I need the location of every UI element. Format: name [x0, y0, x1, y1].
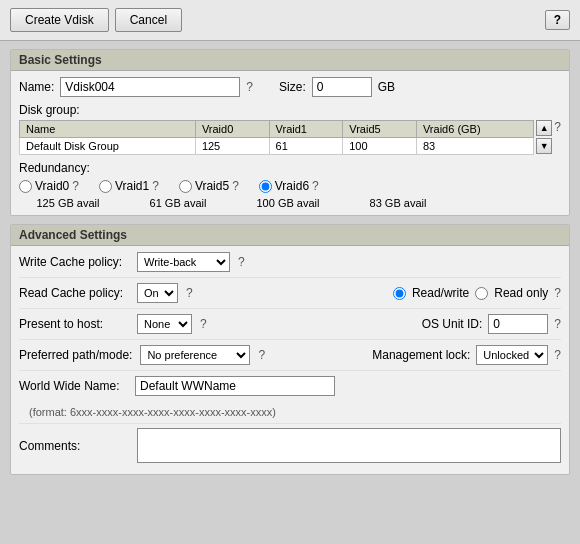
preferred-path-row: Preferred path/mode: No preference Path1…	[19, 345, 561, 371]
basic-settings-title: Basic Settings	[11, 50, 569, 71]
col-vraid0: Vraid0	[195, 121, 269, 138]
col-vraid6: Vraid6 (GB)	[416, 121, 533, 138]
cell-vraid1: 61	[269, 138, 343, 155]
vraid6-help-icon[interactable]: ?	[312, 179, 319, 193]
size-input[interactable]	[312, 77, 372, 97]
disk-group-section: Disk group: Name Vraid0 Vraid1 Vraid5 Vr…	[19, 103, 561, 155]
vraid5-avail: 100 GB avail	[243, 197, 333, 209]
read-only-radio[interactable]	[475, 287, 488, 300]
present-host-row: Present to host: None Host1 ? OS Unit ID…	[19, 314, 561, 340]
redundancy-radios: Vraid0 ? Vraid1 ? Vraid5 ? Vraid6 ?	[19, 179, 561, 193]
read-only-label: Read only	[494, 286, 548, 300]
disk-group-label: Disk group:	[19, 103, 561, 117]
read-cache-select[interactable]: On Off	[137, 283, 178, 303]
write-cache-help-icon[interactable]: ?	[238, 255, 245, 269]
read-write-label: Read/write	[412, 286, 469, 300]
cell-vraid0: 125	[195, 138, 269, 155]
vraid6-avail: 83 GB avail	[353, 197, 443, 209]
comments-label: Comments:	[19, 439, 129, 453]
read-cache-label: Read Cache policy:	[19, 286, 129, 300]
basic-settings-body: Name: ? Size: GB Disk group: Name Vraid0…	[11, 71, 569, 215]
present-help-icon[interactable]: ?	[200, 317, 207, 331]
redundancy-label: Redundancy:	[19, 161, 561, 175]
size-label: Size:	[279, 80, 306, 94]
radio-vraid1: Vraid1 ?	[99, 179, 159, 193]
write-cache-row: Write Cache policy: Write-back Write-thr…	[19, 252, 561, 278]
radio-vraid0-input[interactable]	[19, 180, 32, 193]
cell-vraid5: 100	[343, 138, 417, 155]
read-write-section: Read/write Read only ?	[393, 286, 561, 300]
redundancy-section: Redundancy: Vraid0 ? Vraid1 ? Vraid5 ?	[19, 161, 561, 209]
radio-vraid6: Vraid6 ?	[259, 179, 319, 193]
os-unit-input[interactable]	[488, 314, 548, 334]
scroll-up-button[interactable]: ▲	[536, 120, 552, 136]
disk-group-help-icon[interactable]: ?	[554, 120, 561, 134]
write-cache-label: Write Cache policy:	[19, 255, 129, 269]
advanced-settings-body: Write Cache policy: Write-back Write-thr…	[11, 246, 569, 474]
top-bar: Create Vdisk Cancel ?	[0, 0, 580, 41]
preferred-select[interactable]: No preference Path1	[140, 345, 250, 365]
name-label: Name:	[19, 80, 54, 94]
radio-vraid0: Vraid0 ?	[19, 179, 79, 193]
radio-vraid5-label: Vraid5	[195, 179, 229, 193]
basic-settings-section: Basic Settings Name: ? Size: GB Disk gro…	[10, 49, 570, 216]
os-unit-label: OS Unit ID:	[422, 317, 483, 331]
table-row[interactable]: Default Disk Group 125 61 100 83	[20, 138, 534, 155]
wwn-format: (format: 6xxx-xxxx-xxxx-xxxx-xxxx-xxxx-x…	[29, 406, 276, 418]
read-only-help-icon[interactable]: ?	[554, 286, 561, 300]
name-size-row: Name: ? Size: GB	[19, 77, 561, 97]
vraid0-avail: 125 GB avail	[23, 197, 113, 209]
cancel-button[interactable]: Cancel	[115, 8, 182, 32]
name-input[interactable]	[60, 77, 240, 97]
cell-vraid6: 83	[416, 138, 533, 155]
advanced-settings-title: Advanced Settings	[11, 225, 569, 246]
radio-vraid5-input[interactable]	[179, 180, 192, 193]
col-vraid5: Vraid5	[343, 121, 417, 138]
os-unit-section: OS Unit ID: ?	[422, 314, 561, 334]
avail-row: 125 GB avail 61 GB avail 100 GB avail 83…	[19, 197, 561, 209]
wwn-label: World Wide Name:	[19, 379, 129, 393]
wwn-input[interactable]	[135, 376, 335, 396]
size-unit: GB	[378, 80, 395, 94]
write-cache-select[interactable]: Write-back Write-through None	[137, 252, 230, 272]
disk-table: Name Vraid0 Vraid1 Vraid5 Vraid6 (GB) De…	[19, 120, 534, 155]
col-vraid1: Vraid1	[269, 121, 343, 138]
name-help-icon[interactable]: ?	[246, 80, 253, 94]
radio-vraid0-label: Vraid0	[35, 179, 69, 193]
read-write-radio[interactable]	[393, 287, 406, 300]
preferred-help-icon[interactable]: ?	[258, 348, 265, 362]
comments-input[interactable]	[137, 428, 561, 463]
scroll-down-button[interactable]: ▼	[536, 138, 552, 154]
col-name: Name	[20, 121, 196, 138]
os-unit-help-icon[interactable]: ?	[554, 317, 561, 331]
disk-scroll-buttons: ▲ ▼	[536, 120, 552, 154]
disk-scroll: Name Vraid0 Vraid1 Vraid5 Vraid6 (GB) De…	[19, 120, 534, 155]
radio-vraid6-input[interactable]	[259, 180, 272, 193]
radio-vraid5: Vraid5 ?	[179, 179, 239, 193]
advanced-settings-section: Advanced Settings Write Cache policy: Wr…	[10, 224, 570, 475]
disk-table-wrapper: Name Vraid0 Vraid1 Vraid5 Vraid6 (GB) De…	[19, 120, 561, 155]
present-label: Present to host:	[19, 317, 129, 331]
disk-table-header-row: Name Vraid0 Vraid1 Vraid5 Vraid6 (GB)	[20, 121, 534, 138]
radio-vraid6-label: Vraid6	[275, 179, 309, 193]
preferred-label: Preferred path/mode:	[19, 348, 132, 362]
radio-vraid1-input[interactable]	[99, 180, 112, 193]
cell-group-name: Default Disk Group	[20, 138, 196, 155]
create-vdisk-button[interactable]: Create Vdisk	[10, 8, 109, 32]
comments-row: Comments:	[19, 428, 561, 468]
read-cache-row: Read Cache policy: On Off ? Read/write R…	[19, 283, 561, 309]
mgmt-lock-help-icon[interactable]: ?	[554, 348, 561, 362]
mgmt-lock-label: Management lock:	[372, 348, 470, 362]
radio-vraid1-label: Vraid1	[115, 179, 149, 193]
vraid1-help-icon[interactable]: ?	[152, 179, 159, 193]
wwn-row: World Wide Name: (format: 6xxx-xxxx-xxxx…	[19, 376, 561, 424]
vraid5-help-icon[interactable]: ?	[232, 179, 239, 193]
mgmt-lock-section: Management lock: Unlocked Locked ?	[372, 345, 561, 365]
vraid1-avail: 61 GB avail	[133, 197, 223, 209]
vraid0-help-icon[interactable]: ?	[72, 179, 79, 193]
wwn-input-row: World Wide Name:	[19, 376, 335, 396]
read-cache-help-icon[interactable]: ?	[186, 286, 193, 300]
help-button[interactable]: ?	[545, 10, 570, 30]
mgmt-lock-select[interactable]: Unlocked Locked	[476, 345, 548, 365]
present-select[interactable]: None Host1	[137, 314, 192, 334]
